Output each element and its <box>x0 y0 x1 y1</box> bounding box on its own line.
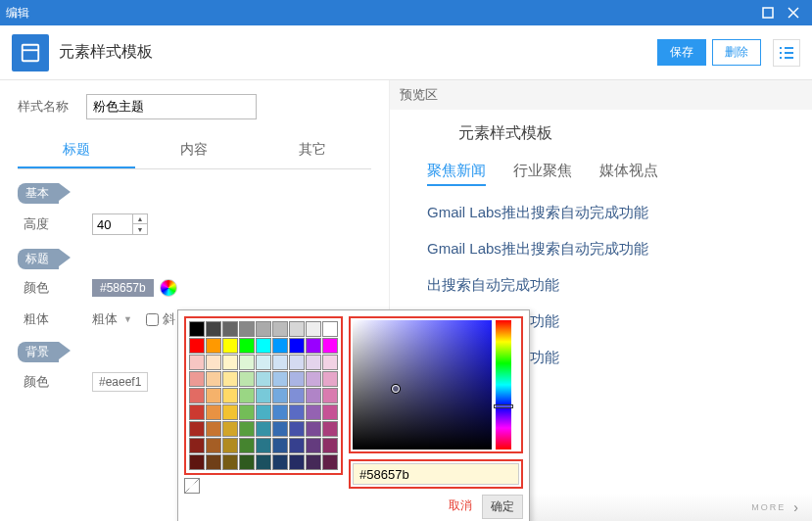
color-swatch[interactable] <box>272 388 288 403</box>
bold-select[interactable]: 粗体 <box>92 310 118 328</box>
color-swatch[interactable] <box>272 438 288 453</box>
color-saturation-box[interactable] <box>353 320 492 450</box>
color-swatch[interactable] <box>206 371 221 387</box>
color-swatch[interactable] <box>322 321 338 337</box>
color-swatch[interactable] <box>256 404 271 420</box>
color-swatch[interactable] <box>222 321 238 337</box>
color-swatch[interactable] <box>189 371 205 387</box>
color-swatch[interactable] <box>206 454 221 470</box>
color-swatch[interactable] <box>206 421 221 437</box>
name-input[interactable] <box>86 94 257 119</box>
color-swatch[interactable] <box>256 388 271 403</box>
color-swatch[interactable] <box>272 454 288 470</box>
color-swatch[interactable] <box>189 321 205 337</box>
color-swatch[interactable] <box>289 438 305 453</box>
color-swatch[interactable] <box>189 454 205 470</box>
list-item[interactable]: Gmail Labs推出搜索自动完成功能 <box>427 204 812 222</box>
list-item[interactable]: Gmail Labs推出搜索自动完成功能 <box>427 240 812 259</box>
preview-tab-industry[interactable]: 行业聚焦 <box>513 162 572 186</box>
save-button[interactable]: 保存 <box>657 39 706 66</box>
color-swatch[interactable] <box>306 371 321 387</box>
color-swatch[interactable] <box>272 404 288 420</box>
bg-color-value[interactable]: #eaeef1 <box>92 372 148 392</box>
color-swatch[interactable] <box>189 355 205 370</box>
color-swatch[interactable] <box>189 388 205 403</box>
color-swatch[interactable] <box>272 355 288 370</box>
color-swatch[interactable] <box>256 454 271 470</box>
color-wheel-icon[interactable] <box>160 279 177 297</box>
window-close-button[interactable] <box>781 0 806 25</box>
spinner-down-icon[interactable]: ▼ <box>133 224 147 234</box>
preview-tab-focus[interactable]: 聚焦新闻 <box>427 162 486 186</box>
color-swatch[interactable] <box>289 454 305 470</box>
color-hex-input[interactable] <box>353 463 519 485</box>
color-swatch[interactable] <box>256 355 271 370</box>
tab-content[interactable]: 内容 <box>135 133 253 168</box>
color-swatch[interactable] <box>189 404 205 420</box>
color-swatch[interactable] <box>206 388 221 403</box>
color-swatch[interactable] <box>322 338 338 354</box>
color-swatch[interactable] <box>272 421 288 437</box>
color-swatch[interactable] <box>256 438 271 453</box>
spinner-up-icon[interactable]: ▲ <box>133 214 147 224</box>
color-cancel-button[interactable]: 取消 <box>441 495 480 519</box>
color-swatch[interactable] <box>206 321 221 337</box>
color-swatch[interactable] <box>239 404 255 420</box>
title-color-value[interactable]: #58657b <box>92 279 154 297</box>
color-swatch[interactable] <box>222 355 238 370</box>
color-swatch[interactable] <box>306 438 321 453</box>
color-swatch[interactable] <box>322 355 338 370</box>
color-swatch[interactable] <box>289 355 305 370</box>
list-item[interactable]: 出搜索自动完成功能 <box>427 276 812 295</box>
color-swatch[interactable] <box>239 371 255 387</box>
color-swatch[interactable] <box>322 454 338 470</box>
color-swatch[interactable] <box>322 371 338 387</box>
color-swatch[interactable] <box>239 388 255 403</box>
color-swatch[interactable] <box>222 454 238 470</box>
color-swatch[interactable] <box>239 421 255 437</box>
delete-button[interactable]: 删除 <box>712 39 761 66</box>
color-swatch[interactable] <box>306 388 321 403</box>
color-swatch[interactable] <box>289 371 305 387</box>
color-swatch[interactable] <box>239 355 255 370</box>
color-swatch[interactable] <box>239 438 255 453</box>
color-swatch[interactable] <box>256 338 271 354</box>
height-input[interactable] <box>92 213 133 235</box>
color-swatch[interactable] <box>222 371 238 387</box>
color-swatch[interactable] <box>306 355 321 370</box>
color-swatch[interactable] <box>306 421 321 437</box>
color-swatch[interactable] <box>239 338 255 354</box>
color-swatch[interactable] <box>289 404 305 420</box>
color-swatch[interactable] <box>222 338 238 354</box>
color-swatch[interactable] <box>206 355 221 370</box>
color-swatch[interactable] <box>189 421 205 437</box>
color-none-swatch[interactable]: ✓ <box>184 478 200 494</box>
list-view-button[interactable] <box>773 39 800 67</box>
color-swatch[interactable] <box>306 454 321 470</box>
color-swatch[interactable] <box>206 438 221 453</box>
preview-tab-media[interactable]: 媒体视点 <box>599 162 658 186</box>
color-swatch[interactable] <box>206 404 221 420</box>
color-swatch[interactable] <box>239 454 255 470</box>
color-swatch[interactable] <box>256 371 271 387</box>
color-swatch[interactable] <box>289 321 305 337</box>
color-swatch[interactable] <box>189 438 205 453</box>
tab-title[interactable]: 标题 <box>18 133 135 168</box>
color-swatch[interactable] <box>322 388 338 403</box>
color-swatch[interactable] <box>222 438 238 453</box>
color-swatch[interactable] <box>272 338 288 354</box>
color-ok-button[interactable]: 确定 <box>482 495 523 519</box>
color-swatch[interactable] <box>322 438 338 453</box>
color-swatch[interactable] <box>239 321 255 337</box>
color-swatch[interactable] <box>289 388 305 403</box>
color-swatch[interactable] <box>189 338 205 354</box>
italic-checkbox[interactable] <box>146 313 159 326</box>
tab-other[interactable]: 其它 <box>254 133 371 168</box>
color-swatch[interactable] <box>289 421 305 437</box>
color-swatch[interactable] <box>306 321 321 337</box>
color-swatch[interactable] <box>272 371 288 387</box>
color-swatch[interactable] <box>222 404 238 420</box>
color-swatch[interactable] <box>306 404 321 420</box>
color-swatch[interactable] <box>256 321 271 337</box>
color-swatch[interactable] <box>222 388 238 403</box>
